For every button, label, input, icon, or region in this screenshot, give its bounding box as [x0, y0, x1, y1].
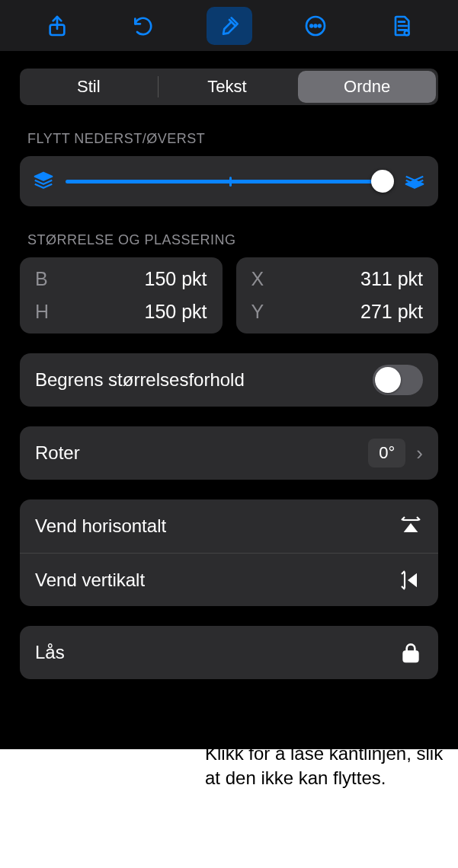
slider-thumb[interactable] [371, 170, 394, 193]
switch-knob [375, 367, 401, 393]
svg-point-2 [310, 24, 312, 27]
x-key: X [251, 268, 273, 290]
tab-text[interactable]: Tekst [159, 69, 296, 105]
undo-icon [131, 14, 155, 38]
slider-tick [229, 177, 232, 187]
layers-front-icon[interactable] [403, 170, 426, 193]
size-card[interactable]: B 150 pkt H 150 pkt [20, 257, 223, 333]
callout-leader-line [205, 700, 206, 737]
tab-segmented-control: Stil Tekst Ordne [20, 69, 438, 105]
layers-back-icon[interactable] [32, 170, 55, 193]
lock-label: Lås [35, 642, 65, 663]
share-button[interactable] [34, 7, 80, 45]
callout: Klikk for å låse kantlinjen, slik at den… [205, 731, 452, 791]
tab-style[interactable]: Stil [20, 69, 158, 105]
flip-vertical-label: Vend vertikalt [35, 570, 145, 591]
rotate-row[interactable]: Roter 0° › [20, 426, 438, 480]
lock-row[interactable]: Lås [20, 626, 438, 679]
height-value: 150 pkt [144, 301, 207, 323]
format-panel: Stil Tekst Ordne FLYTT NEDERST/ØVERST [0, 52, 458, 749]
document-icon [389, 14, 414, 38]
top-toolbar [0, 0, 458, 52]
layer-slider-card [20, 156, 438, 206]
more-icon [303, 14, 328, 38]
sizepos-section-label: STØRRELSE OG PLASSERING [27, 232, 431, 248]
flip-card: Vend horisontalt Vend vertikalt [20, 499, 438, 606]
x-value: 311 pkt [360, 268, 423, 290]
constrain-label: Begrens størrelsesforhold [35, 369, 245, 391]
rotate-value: 0° [368, 439, 405, 468]
layer-section-label: FLYTT NEDERST/ØVERST [27, 131, 431, 147]
slider-track-line [66, 180, 392, 183]
flip-vertical-row[interactable]: Vend vertikalt [20, 553, 438, 606]
width-key: B [35, 268, 56, 290]
format-brush-icon [217, 14, 242, 38]
more-button[interactable] [293, 7, 338, 45]
lock-card: Lås [20, 626, 438, 679]
flip-vertical-icon [399, 568, 423, 592]
x-row: X 311 pkt [251, 268, 424, 290]
svg-point-4 [319, 24, 321, 27]
height-row: H 150 pkt [35, 301, 207, 323]
width-value: 150 pkt [144, 268, 207, 290]
share-icon [45, 14, 69, 38]
constrain-switch[interactable] [373, 365, 423, 395]
constrain-card: Begrens størrelsesforhold [20, 353, 438, 407]
rotate-label: Roter [35, 442, 80, 464]
svg-point-6 [405, 31, 407, 34]
tab-arrange-label: Ordne [344, 77, 390, 97]
height-key: H [35, 301, 56, 323]
callout-text: Klikk for å låse kantlinjen, slik at den… [205, 731, 452, 791]
rotate-right-group: 0° › [368, 439, 423, 468]
layer-slider[interactable] [66, 170, 392, 193]
width-row: B 150 pkt [35, 268, 207, 290]
constrain-row[interactable]: Begrens størrelsesforhold [20, 353, 438, 407]
tab-arrange[interactable]: Ordne [298, 71, 436, 103]
document-button[interactable] [379, 7, 424, 45]
tab-style-label: Stil [77, 77, 101, 97]
position-card[interactable]: X 311 pkt Y 271 pkt [236, 257, 439, 333]
lock-icon [399, 640, 423, 665]
flip-horizontal-row[interactable]: Vend horisontalt [20, 499, 438, 553]
y-key: Y [251, 301, 273, 323]
flip-horizontal-icon [399, 514, 423, 538]
chevron-right-icon: › [416, 442, 423, 465]
undo-button[interactable] [120, 7, 166, 45]
svg-rect-7 [404, 652, 418, 662]
size-position-group: B 150 pkt H 150 pkt X 311 pkt Y 271 pkt [20, 257, 438, 333]
rotate-card: Roter 0° › [20, 426, 438, 480]
format-button[interactable] [207, 7, 252, 45]
y-value: 271 pkt [360, 301, 423, 323]
tab-text-label: Tekst [207, 77, 246, 97]
svg-point-3 [314, 24, 316, 27]
flip-horizontal-label: Vend horisontalt [35, 515, 166, 537]
y-row: Y 271 pkt [251, 301, 424, 323]
